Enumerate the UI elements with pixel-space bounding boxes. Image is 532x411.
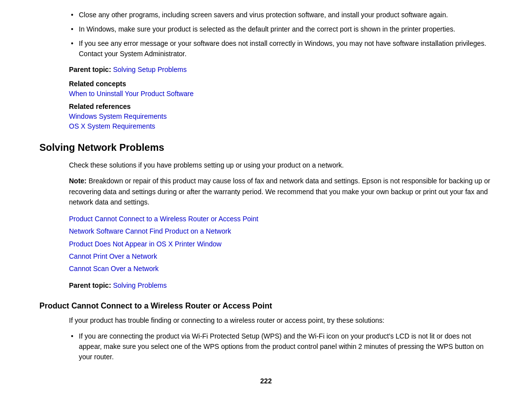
network-link-5-block: Cannot Scan Over a Network: [69, 263, 493, 275]
network-link-2-block: Network Software Cannot Find Product on …: [69, 225, 493, 238]
subsection-intro-text: If your product has trouble finding or c…: [69, 315, 493, 326]
cannot-print-network-link[interactable]: Cannot Print Over a Network: [69, 252, 157, 260]
bullet-item-1: Close any other programs, including scre…: [69, 10, 493, 20]
related-concepts-label: Related concepts: [69, 80, 493, 88]
wireless-router-subsection-heading: Product Cannot Connect to a Wireless Rou…: [39, 302, 493, 310]
section-intro-text: Check these solutions if you have proble…: [69, 160, 493, 171]
network-link-4-block: Cannot Print Over a Network: [69, 250, 493, 263]
network-links-block: Product Cannot Connect to a Wireless Rou…: [69, 213, 493, 275]
content-area: Close any other programs, including scre…: [39, 10, 493, 385]
solving-network-problems-heading: Solving Network Problems: [39, 142, 493, 153]
parent-topic-line-1: Parent topic: Solving Setup Problems: [69, 64, 493, 75]
osx-req-link-block: OS X System Requirements: [69, 122, 493, 130]
network-section-body: Check these solutions if you have proble…: [39, 160, 493, 291]
note-bold-label: Note:: [69, 177, 87, 185]
osx-printer-window-link[interactable]: Product Does Not Appear in OS X Printer …: [69, 240, 222, 248]
related-references-label: Related references: [69, 103, 493, 110]
parent-topic-label-1: Parent topic:: [69, 66, 111, 73]
solving-problems-link[interactable]: Solving Problems: [113, 281, 166, 289]
osx-requirements-link[interactable]: OS X System Requirements: [69, 122, 155, 130]
bullet-item-3: If you see any error message or your sof…: [69, 38, 493, 59]
top-bullet-section: Close any other programs, including scre…: [39, 10, 493, 130]
wireless-router-link[interactable]: Product Cannot Connect to a Wireless Rou…: [69, 215, 258, 223]
note-paragraph: Note: Breakdown or repair of this produc…: [69, 176, 493, 208]
sub-bullet-item-1: If you are connecting the product via Wi…: [69, 331, 493, 362]
bullet-list: Close any other programs, including scre…: [69, 10, 493, 59]
note-body-text: Breakdown or repair of this product may …: [69, 177, 490, 206]
uninstall-software-link[interactable]: When to Uninstall Your Product Software: [69, 90, 194, 98]
network-software-find-link[interactable]: Network Software Cannot Find Product on …: [69, 227, 231, 235]
solving-setup-problems-link[interactable]: Solving Setup Problems: [113, 66, 186, 73]
windows-req-link-block: Windows System Requirements: [69, 112, 493, 120]
windows-requirements-link[interactable]: Windows System Requirements: [69, 112, 166, 120]
network-link-1-block: Product Cannot Connect to a Wireless Rou…: [69, 213, 493, 225]
subsection-bullet-list: If you are connecting the product via Wi…: [69, 331, 493, 362]
parent-topic-line-2: Parent topic: Solving Problems: [69, 280, 493, 291]
wireless-router-body: If your product has trouble finding or c…: [39, 315, 493, 362]
related-concepts-link-block: When to Uninstall Your Product Software: [69, 90, 493, 98]
cannot-scan-network-link[interactable]: Cannot Scan Over a Network: [69, 265, 159, 273]
network-link-3-block: Product Does Not Appear in OS X Printer …: [69, 238, 493, 250]
parent-topic-label-2: Parent topic:: [69, 281, 111, 289]
page-number: 222: [39, 377, 493, 385]
bullet-item-2: In Windows, make sure your product is se…: [69, 24, 493, 34]
